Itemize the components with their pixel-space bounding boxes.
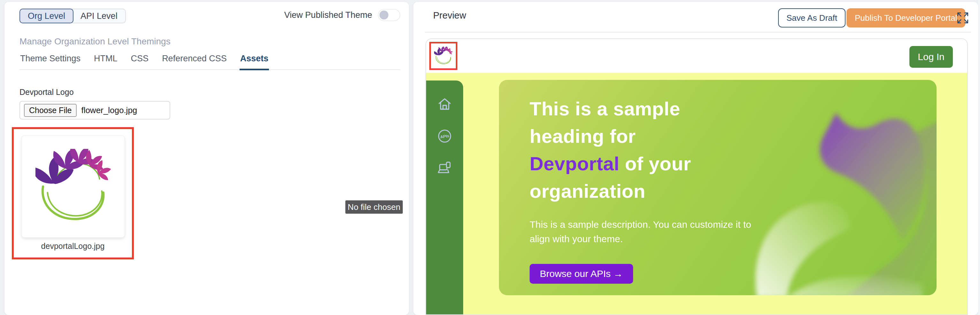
preview-panel: Preview Save As Draft Publish To Develop…	[413, 2, 978, 315]
apis-icon-text: APIs	[440, 133, 449, 139]
preview-divider	[425, 32, 971, 33]
view-published-theme-row: View Published Theme	[284, 9, 400, 21]
choose-file-button[interactable]: Choose File	[24, 104, 77, 117]
logo-file-input[interactable]: Choose File flower_logo.jpg	[19, 101, 170, 119]
flower-logo-image	[35, 149, 111, 224]
asset-thumbnail[interactable]	[21, 135, 125, 238]
panel-subtitle: Manage Organization Level Themings	[19, 37, 170, 47]
devportal-sidebar: APIs	[426, 81, 463, 314]
devportal-header: Log In	[426, 39, 967, 73]
page-scrollbar[interactable]	[978, 0, 980, 315]
home-icon[interactable]	[437, 97, 452, 112]
hero-description: This is a sample description. You can cu…	[530, 217, 761, 246]
hero-heading-highlight: Devportal	[530, 153, 619, 175]
hero-banner: This is a sample heading for Devportal o…	[499, 80, 937, 295]
view-published-theme-label: View Published Theme	[284, 10, 372, 20]
login-button[interactable]: Log In	[909, 46, 953, 68]
chosen-file-name: flower_logo.jpg	[81, 105, 137, 115]
hero-heading-pre: This is a sample heading for	[530, 98, 680, 147]
app-root: Org Level API Level View Published Theme…	[0, 0, 980, 315]
devportal-body: APIs	[426, 73, 967, 314]
asset-caption: devportalLogo.jpg	[14, 242, 132, 251]
theming-editor-panel: Org Level API Level View Published Theme…	[5, 2, 409, 315]
tab-referenced-css[interactable]: Referenced CSS	[161, 54, 228, 69]
org-level-button[interactable]: Org Level	[19, 9, 73, 23]
toggle-knob	[379, 11, 388, 19]
selected-asset-highlight: devportalLogo.jpg	[12, 127, 134, 259]
browse-apis-button[interactable]: Browse our APIs →	[530, 264, 633, 284]
theming-tabs: Theme Settings HTML CSS Referenced CSS A…	[19, 54, 400, 70]
tab-theme-settings[interactable]: Theme Settings	[19, 54, 81, 69]
fullscreen-expand-icon[interactable]	[956, 11, 969, 24]
hero-heading: This is a sample heading for Devportal o…	[530, 95, 708, 205]
view-published-theme-toggle[interactable]	[378, 9, 400, 21]
abstract-swirl-graphic	[737, 100, 937, 295]
devportal-logo-highlight	[429, 42, 457, 70]
applications-icon[interactable]	[437, 161, 452, 176]
tab-assets[interactable]: Assets	[240, 54, 269, 70]
devportal-preview-frame: Log In APIs	[425, 38, 968, 315]
tab-html[interactable]: HTML	[93, 54, 118, 69]
apis-icon[interactable]: APIs	[437, 129, 452, 144]
publish-to-developer-portal-button[interactable]: Publish To Developer Portal	[846, 8, 965, 27]
no-file-chosen-tooltip: No file chosen	[345, 200, 403, 214]
flower-logo-small	[434, 47, 453, 65]
api-level-button[interactable]: API Level	[72, 9, 126, 23]
level-toggle-group: Org Level API Level	[19, 9, 126, 23]
preview-title: Preview	[433, 10, 466, 21]
devportal-logo-label: Devportal Logo	[19, 88, 74, 97]
save-as-draft-button[interactable]: Save As Draft	[778, 8, 846, 27]
tab-css[interactable]: CSS	[130, 54, 150, 69]
